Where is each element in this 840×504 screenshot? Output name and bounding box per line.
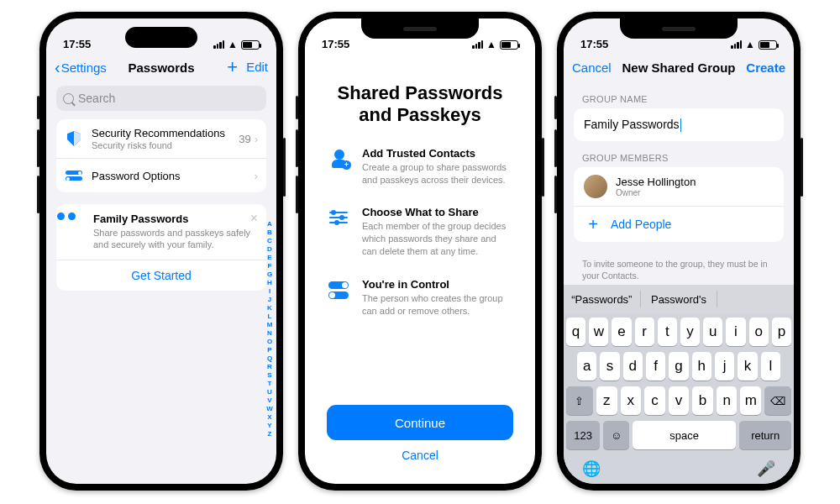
add-people-button[interactable]: + Add People — [574, 206, 784, 242]
key-q[interactable]: q — [566, 318, 585, 346]
back-label: Settings — [61, 60, 107, 75]
feature-choose-share: Choose What to Share Each member of the … — [327, 206, 513, 258]
row-title: Password Options — [92, 170, 255, 182]
index-letter[interactable]: Y — [267, 422, 271, 430]
index-letter[interactable]: P — [267, 346, 271, 354]
index-letter[interactable]: I — [269, 287, 270, 296]
dynamic-island — [125, 27, 197, 48]
cancel-button[interactable]: Cancel — [402, 449, 438, 462]
index-letter[interactable]: Z — [268, 430, 272, 438]
add-button[interactable]: + — [227, 60, 238, 75]
key-k[interactable]: k — [738, 352, 757, 381]
index-letter[interactable]: F — [268, 262, 272, 270]
key-j[interactable]: j — [715, 352, 734, 381]
key-u[interactable]: u — [703, 318, 722, 346]
key-s[interactable]: s — [600, 352, 619, 381]
key-f[interactable]: f — [646, 352, 665, 381]
edit-button[interactable]: Edit — [246, 60, 268, 75]
return-key[interactable]: return — [739, 421, 791, 449]
key-w[interactable]: w — [589, 318, 608, 346]
key-z[interactable]: z — [596, 386, 617, 415]
index-letter[interactable]: B — [267, 228, 272, 237]
index-letter[interactable]: X — [267, 413, 271, 422]
security-count: 39 — [239, 133, 250, 145]
search-placeholder: Search — [78, 92, 115, 105]
space-key[interactable]: space — [633, 421, 736, 449]
key-c[interactable]: c — [644, 386, 665, 415]
delete-key[interactable]: ⌫ — [764, 386, 791, 415]
back-button[interactable]: ‹ Settings — [55, 60, 107, 75]
index-letter[interactable]: G — [267, 270, 272, 279]
close-icon[interactable]: × — [250, 211, 258, 226]
key-m[interactable]: m — [740, 386, 761, 415]
key-b[interactable]: b — [692, 386, 713, 415]
index-letter[interactable]: N — [267, 329, 272, 338]
index-letter[interactable]: J — [268, 296, 271, 304]
emoji-key[interactable]: ☺ — [603, 421, 629, 449]
group-name-input[interactable]: Family Passwords — [574, 108, 784, 141]
key-o[interactable]: o — [749, 318, 769, 346]
key-i[interactable]: i — [726, 318, 745, 346]
battery-icon — [759, 40, 777, 50]
nav-bar: ‹ Settings Passwords + Edit — [46, 52, 276, 82]
key-v[interactable]: v — [669, 386, 690, 415]
key-n[interactable]: n — [717, 386, 738, 415]
index-letter[interactable]: H — [267, 279, 272, 287]
suggestion[interactable]: Password's — [641, 293, 717, 306]
create-button[interactable]: Create — [746, 60, 785, 75]
index-letter[interactable]: W — [266, 405, 273, 413]
cellular-icon — [472, 40, 483, 49]
index-letter[interactable]: T — [268, 380, 272, 388]
index-letter[interactable]: U — [267, 388, 272, 396]
key-l[interactable]: l — [761, 352, 780, 381]
onboarding-title: Shared Passwordsand Passkeys — [327, 82, 513, 127]
globe-icon[interactable]: 🌐 — [582, 459, 601, 478]
key-e[interactable]: e — [612, 318, 631, 346]
index-letter[interactable]: O — [267, 338, 272, 346]
index-letter[interactable]: D — [267, 245, 272, 254]
cancel-button[interactable]: Cancel — [572, 60, 612, 75]
status-time: 17:55 — [580, 38, 631, 50]
key-a[interactable]: a — [577, 352, 596, 381]
key-x[interactable]: x — [621, 386, 642, 415]
key-p[interactable]: p — [772, 318, 791, 346]
index-letter[interactable]: Q — [267, 354, 272, 363]
key-t[interactable]: t — [658, 318, 677, 346]
avatar — [584, 175, 607, 198]
shift-key[interactable]: ⇧ — [566, 386, 593, 415]
index-letter[interactable]: A — [267, 220, 272, 228]
index-letter[interactable]: K — [267, 304, 272, 312]
feature-title: Choose What to Share — [362, 206, 513, 218]
status-time: 17:55 — [322, 38, 372, 50]
family-subtitle: Share passwords and passkeys safely and … — [93, 227, 256, 251]
index-letter[interactable]: L — [268, 312, 272, 321]
search-input[interactable]: Search — [56, 86, 266, 111]
key-g[interactable]: g — [669, 352, 688, 381]
index-letter[interactable]: C — [267, 237, 272, 245]
index-letter[interactable]: V — [267, 396, 271, 405]
settings-group: Security Recommendations Security risks … — [56, 119, 266, 192]
index-letter[interactable]: E — [267, 254, 271, 262]
key-y[interactable]: y — [680, 318, 700, 346]
mic-icon[interactable]: 🎤 — [757, 459, 775, 478]
member-name: Jesse Hollington — [616, 176, 696, 188]
get-started-button[interactable]: Get Started — [56, 260, 266, 291]
number-key[interactable]: 123 — [566, 421, 600, 449]
notch — [361, 18, 479, 39]
feature-title: You're in Control — [362, 278, 513, 291]
suggestion[interactable]: “Passwords” — [564, 293, 640, 306]
wifi-icon: ▲ — [745, 39, 755, 50]
member-row[interactable]: Jesse Hollington Owner — [574, 167, 784, 206]
invite-hint: To invite someone to the group, they mus… — [582, 259, 775, 281]
key-r[interactable]: r — [635, 318, 654, 346]
continue-button[interactable]: Continue — [327, 405, 513, 440]
chevron-left-icon: ‹ — [55, 61, 60, 73]
index-letter[interactable]: R — [267, 363, 272, 371]
alphabet-index[interactable]: ABCDEFGHIJKLMNOPQRSTUVWXYZ — [265, 220, 275, 467]
index-letter[interactable]: M — [267, 321, 273, 329]
key-d[interactable]: d — [623, 352, 643, 381]
security-recommendations-row[interactable]: Security Recommendations Security risks … — [56, 119, 266, 158]
index-letter[interactable]: S — [267, 371, 271, 380]
password-options-row[interactable]: Password Options › — [56, 158, 266, 192]
key-h[interactable]: h — [692, 352, 711, 381]
